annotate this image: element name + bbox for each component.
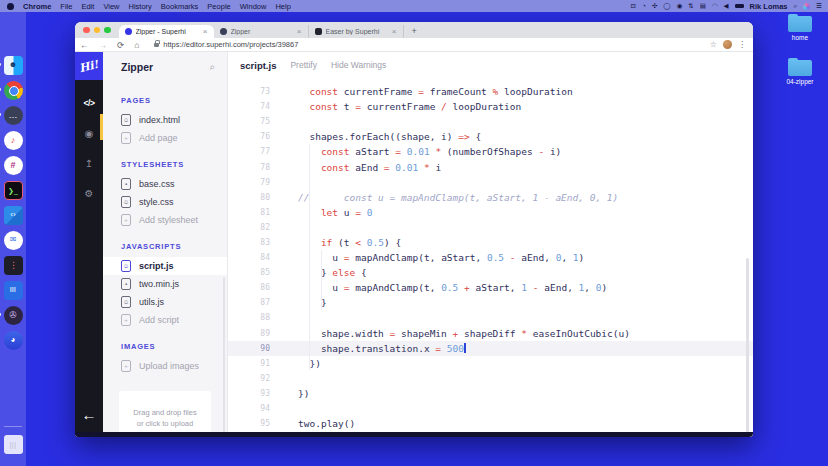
code-line[interactable]: 94: [228, 401, 753, 416]
forward-icon[interactable]: →: [94, 40, 113, 50]
slack-dock-icon[interactable]: #: [3, 155, 23, 175]
menu-item-history[interactable]: History: [129, 2, 152, 11]
apple-menu-icon[interactable]: [7, 3, 14, 10]
desktop-folder-04-zipper[interactable]: 04-zipper: [774, 60, 826, 85]
file-item-index-html[interactable]: ☺index.html: [103, 111, 227, 129]
code-scrollbar[interactable]: [746, 258, 749, 433]
code-line[interactable]: 74 const t = currentFrame / loopDuration: [228, 99, 753, 114]
menu-item-file[interactable]: File: [60, 2, 72, 11]
code-line[interactable]: 88: [228, 310, 753, 325]
search-icon[interactable]: ⌕: [209, 61, 215, 73]
close-window-button[interactable]: [83, 27, 90, 34]
spotlight-search-icon[interactable]: ⌕: [794, 3, 798, 10]
intercom-dock-icon[interactable]: |||: [3, 280, 23, 300]
hide-warnings-button[interactable]: Hide Warnings: [331, 60, 386, 70]
upload-icon[interactable]: ↥: [75, 148, 103, 178]
code-editor[interactable]: script.js Prettify Hide Warnings 73 cons…: [228, 52, 753, 432]
finder-dock-icon[interactable]: ☻: [3, 55, 23, 75]
add-item-add-page[interactable]: +Add page: [103, 129, 227, 147]
add-item-add-script[interactable]: +Add script: [103, 311, 227, 329]
file-item-script-js[interactable]: ☺script.js: [103, 257, 227, 275]
code-lines[interactable]: 73 const currentFrame = frameCount % loo…: [228, 78, 753, 432]
music-dock-icon[interactable]: ♪: [3, 130, 23, 150]
vpn-icon[interactable]: ✣: [652, 3, 657, 10]
sidebar-scrollbar[interactable]: [223, 277, 226, 432]
menu-user-name[interactable]: Rik Lomas: [750, 2, 788, 11]
screen-mirroring-icon[interactable]: ⊡: [631, 3, 636, 10]
tab-close-icon[interactable]: ×: [392, 27, 397, 36]
file-item-two-min-js[interactable]: ▪two.min.js: [103, 275, 227, 293]
minimize-window-button[interactable]: [94, 27, 101, 34]
code-line[interactable]: 73 const currentFrame = frameCount % loo…: [228, 84, 753, 99]
code-line[interactable]: 85 } else {: [228, 265, 753, 280]
notification-center-icon[interactable]: ☰: [816, 3, 822, 10]
desktop-folder-home[interactable]: home: [774, 16, 826, 41]
add-item-upload-images[interactable]: +Upload images: [103, 357, 227, 375]
hyper-terminal-dock-icon[interactable]: ❯_: [3, 180, 23, 200]
menu-item-bookmarks[interactable]: Bookmarks: [161, 2, 199, 11]
code-line[interactable]: 95two.play(): [228, 416, 753, 431]
code-line[interactable]: 81 let u = 0: [228, 205, 753, 220]
moon-icon[interactable]: ◯: [663, 3, 670, 10]
menu-item-help[interactable]: Help: [275, 2, 290, 11]
wifi-icon[interactable]: ◠: [712, 3, 718, 10]
new-tab-button[interactable]: +: [404, 26, 425, 38]
preview-eye-icon[interactable]: ◉: [75, 118, 103, 148]
address-bar[interactable]: https://editor.superhi.com/projects/3986…: [150, 39, 704, 50]
code-line[interactable]: 86 u = mapAndClamp(t, 0.5 + aStart, 1 - …: [228, 280, 753, 295]
messages-dock-icon[interactable]: …: [3, 105, 23, 125]
add-item-add-stylesheet[interactable]: +Add stylesheet: [103, 211, 227, 229]
code-line[interactable]: 83 if (t < 0.5) {: [228, 235, 753, 250]
code-line[interactable]: 92: [228, 371, 753, 386]
menu-item-edit[interactable]: Edit: [81, 2, 94, 11]
menu-item-people[interactable]: People: [207, 2, 230, 11]
code-line[interactable]: 78 const aEnd = 0.01 * i: [228, 159, 753, 174]
code-line[interactable]: 90 shape.translation.x = 500: [228, 341, 753, 356]
bookmark-star-icon[interactable]: ☆: [710, 40, 717, 49]
code-line[interactable]: 76 shapes.forEach((shape, i) => {: [228, 129, 753, 144]
settings-gear-icon[interactable]: ⚙: [75, 178, 103, 208]
code-line[interactable]: 77 const aStart = 0.01 * (numberOfShapes…: [228, 144, 753, 159]
keyboard-icon[interactable]: ⇅: [688, 3, 693, 10]
prettify-button[interactable]: Prettify: [290, 60, 316, 70]
profile-avatar[interactable]: [723, 40, 732, 49]
code-line[interactable]: 79: [228, 175, 753, 190]
browser-tab[interactable]: Zipper - Superhi×: [119, 25, 214, 38]
siri-icon[interactable]: [803, 3, 810, 10]
reload-icon[interactable]: ⟳: [112, 40, 129, 50]
screenflow-dock-icon[interactable]: ✇: [3, 305, 23, 325]
flume-dock-icon[interactable]: ◕: [3, 330, 23, 350]
code-line[interactable]: 91 }): [228, 356, 753, 371]
battery-icon[interactable]: [735, 4, 744, 9]
code-line[interactable]: 75: [228, 114, 753, 129]
tab-close-icon[interactable]: ×: [297, 27, 302, 36]
browser-tab[interactable]: Zipper×: [214, 25, 309, 38]
browser-tab[interactable]: Easer by Superhi×: [309, 25, 404, 38]
code-line[interactable]: 80// const u = mapAndClamp(t, aStart, 1 …: [228, 190, 753, 205]
menu-item-view[interactable]: View: [103, 2, 119, 11]
menu-item-chrome[interactable]: Chrome: [23, 2, 51, 11]
tab-close-icon[interactable]: ×: [203, 27, 208, 36]
file-item-style-css[interactable]: ☺style.css: [103, 193, 227, 211]
display-icon[interactable]: ▤: [700, 3, 706, 10]
code-view-icon[interactable]: </>: [75, 88, 103, 118]
zoom-window-button[interactable]: [104, 27, 111, 34]
clock-icon[interactable]: ◔: [642, 3, 646, 10]
code-line[interactable]: 87 }: [228, 295, 753, 310]
back-icon[interactable]: ←: [75, 40, 94, 50]
home-icon[interactable]: ⌂: [129, 40, 144, 50]
chrome-dock-icon[interactable]: [3, 80, 23, 100]
back-arrow-button[interactable]: ←: [75, 406, 103, 423]
superhi-logo[interactable]: Hi!: [75, 52, 103, 80]
code-line[interactable]: 89 shape.width = shapeMin + shapeDiff * …: [228, 326, 753, 341]
menu-item-window[interactable]: Window: [240, 2, 267, 11]
trash-dock-icon[interactable]: |||: [3, 434, 23, 454]
airmail-dock-icon[interactable]: ✉: [3, 230, 23, 250]
volume-icon[interactable]: ◀: [724, 3, 729, 10]
code-line[interactable]: 84 u = mapAndClamp(t, aStart, 0.5 - aEnd…: [228, 250, 753, 265]
code-line[interactable]: 82: [228, 220, 753, 235]
vscode-dock-icon[interactable]: ‹›: [3, 205, 23, 225]
browser-menu-icon[interactable]: ⋮: [738, 40, 746, 49]
file-item-base-css[interactable]: ▪base.css: [103, 175, 227, 193]
code-line[interactable]: 93}): [228, 386, 753, 401]
